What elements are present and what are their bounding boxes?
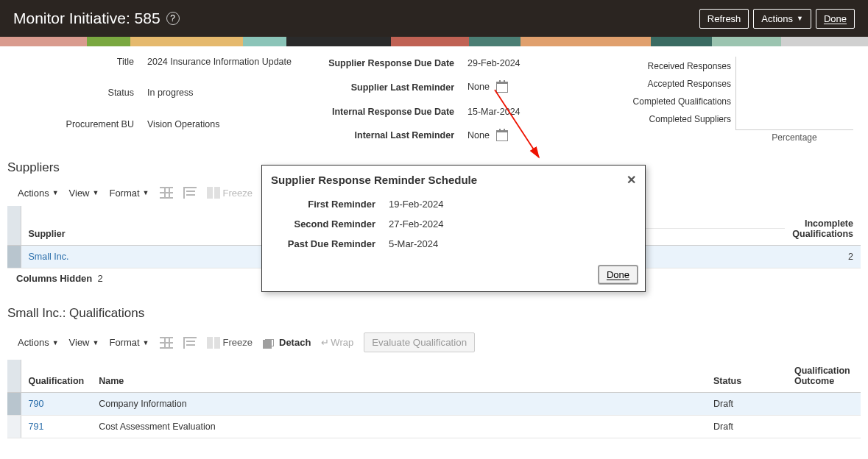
value-pastdue-reminder: 5-Mar-2024 [389,238,636,249]
cell-outcome [787,416,861,438]
caret-down-icon: ▼ [143,189,149,196]
page-title: Monitor Initiative: 585 ? [13,10,180,27]
value-internal-rem: None [467,130,548,141]
refresh-button[interactable]: Refresh [699,9,749,29]
toolbar-view[interactable]: View▼ [69,188,99,199]
row-handle[interactable] [7,416,21,438]
col-qualification[interactable]: Qualification [21,360,91,393]
caret-down-icon: ▼ [52,339,59,346]
value-internal-due: 15-Mar-2024 [467,107,548,117]
toolbar-view-label: View [69,188,90,199]
toolbar-wrap[interactable]: ↵ Wrap [321,337,353,348]
toolbar-detach[interactable]: Detach [263,337,311,349]
col-outcome[interactable]: Qualification Outcome [787,360,861,393]
toolbar-format-label: Format [109,337,139,348]
label-title: Title [15,57,147,67]
col-incomplete[interactable]: Incomplete Qualifications [785,206,861,246]
chart-label: Completed Qualifications [633,96,731,107]
wrap-arrow-icon: ↵ [321,337,329,348]
cell-name: Cost Assessment Evaluation [91,416,706,438]
caret-down-icon: ▼ [93,339,99,346]
caret-down-icon: ▼ [52,189,59,196]
cell-outcome [787,393,861,416]
label-internal-rem: Internal Last Reminder [320,130,467,140]
toolbar-format[interactable]: Format▼ [109,188,149,199]
toolbar-actions[interactable]: Actions▼ [18,337,59,348]
label-status: Status [15,88,147,98]
progress-chart: Received Responses Accepted Responses Co… [633,57,853,143]
value-title: 2024 Insurance Information Update [147,57,309,67]
grid-icon[interactable] [160,337,173,349]
page-title-text: Monitor Initiative: 585 [13,10,160,27]
dialog-done-button[interactable]: Done [599,266,638,284]
row-handle[interactable] [7,393,21,416]
initiative-info: Title 2024 Insurance Information Update … [0,46,868,149]
freeze-icon [207,187,220,199]
toolbar-view-label: View [69,337,90,348]
label-supplier-rem: Supplier Last Reminder [320,82,467,93]
value-second-reminder: 27-Feb-2024 [389,218,636,230]
toolbar-format-label: Format [109,188,139,199]
decorative-ribbon [0,37,868,46]
evaluate-qualification-button: Evaluate Qualification [364,332,475,352]
freeze-icon [207,337,220,349]
actions-button[interactable]: Actions ▼ [753,9,811,29]
value-first-reminder: 19-Feb-2024 [389,199,636,210]
label-pbu: Procurement BU [15,119,147,129]
value-internal-rem-text: None [467,130,490,140]
label-first-reminder: First Reminder [271,199,389,210]
done-button-label: Done [824,13,847,24]
table-row[interactable]: 791 Cost Assessment Evaluation Draft [7,416,861,438]
reminder-schedule-dialog: Supplier Response Reminder Schedule ✕ Fi… [261,165,646,292]
toolbar-actions-label: Actions [18,337,49,348]
page-header: Monitor Initiative: 585 ? Refresh Action… [0,0,868,37]
row-handle[interactable] [7,246,21,268]
columns-hidden-count: 2 [98,273,103,284]
grid-icon[interactable] [160,187,173,199]
help-icon[interactable]: ? [166,12,180,25]
cell-status: Draft [706,393,787,416]
dialog-done-label: Done [607,269,629,280]
info-left-grid: Title 2024 Insurance Information Update … [15,57,309,143]
header-actions: Refresh Actions ▼ Done [699,9,855,29]
supplier-link[interactable]: Small Inc. [29,252,69,262]
toolbar-format[interactable]: Format▼ [109,337,149,348]
qualification-link[interactable]: 790 [29,399,44,409]
table-row[interactable]: 790 Company Information Draft [7,393,861,416]
value-supplier-rem: None [467,82,548,93]
caret-down-icon: ▼ [93,189,99,196]
dialog-title-bar: Supplier Response Reminder Schedule ✕ [262,166,645,194]
toolbar-view[interactable]: View▼ [69,337,99,348]
calendar-icon[interactable] [496,130,508,141]
freeze-label: Freeze [223,337,253,348]
chart-labels: Received Responses Accepted Responses Co… [633,57,735,124]
dialog-body: First Reminder 19-Feb-2024 Second Remind… [262,194,645,261]
value-supplier-due: 29-Feb-2024 [467,58,548,68]
toolbar-freeze[interactable]: Freeze [207,337,253,349]
quals-table-wrap: Qualification Name Status Qualification … [0,360,868,438]
caret-down-icon: ▼ [143,339,149,346]
table-options-icon[interactable] [183,187,197,199]
calendar-icon[interactable] [496,82,508,93]
toolbar-freeze: Freeze [207,187,253,199]
columns-hidden-label: Columns Hidden [16,273,92,284]
label-supplier-due: Supplier Response Due Date [320,58,467,68]
table-options-icon[interactable] [183,337,197,349]
quals-toolbar: Actions▼ View▼ Format▼ Freeze Detach ↵ W… [0,325,868,360]
row-handle-header [7,206,21,246]
qualification-link[interactable]: 791 [29,421,44,432]
label-internal-due: Internal Response Due Date [320,107,467,117]
caret-down-icon: ▼ [797,15,803,22]
col-name[interactable]: Name [91,360,706,393]
toolbar-actions[interactable]: Actions▼ [18,188,59,199]
close-icon[interactable]: ✕ [627,173,636,187]
cell-status: Draft [706,416,787,438]
value-supplier-rem-text: None [467,82,490,92]
toolbar-actions-label: Actions [18,188,49,199]
done-button[interactable]: Done [816,9,855,29]
col-status[interactable]: Status [706,360,787,393]
chart-box [735,57,853,130]
label-pastdue-reminder: Past Due Reminder [271,238,389,249]
quals-table: Qualification Name Status Qualification … [7,360,861,438]
chart-label: Accepted Responses [633,79,731,89]
